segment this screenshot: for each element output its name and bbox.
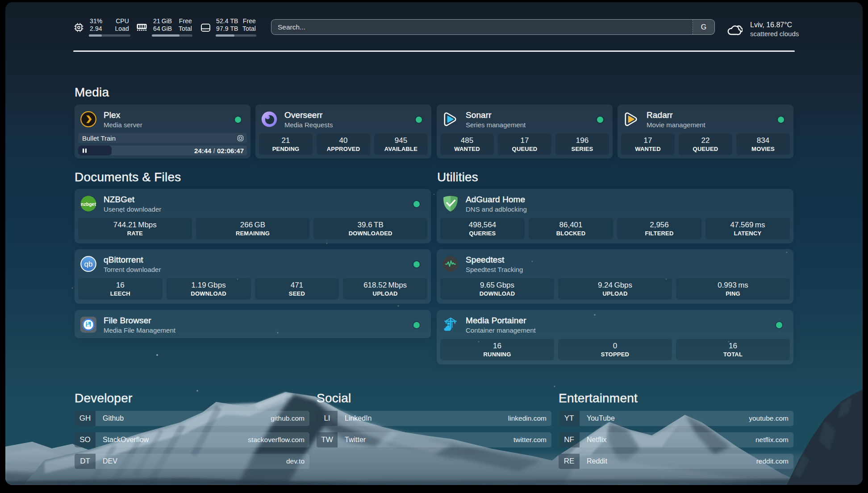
svg-text:nzbget: nzbget <box>81 201 96 207</box>
svg-text:qb: qb <box>84 260 93 268</box>
